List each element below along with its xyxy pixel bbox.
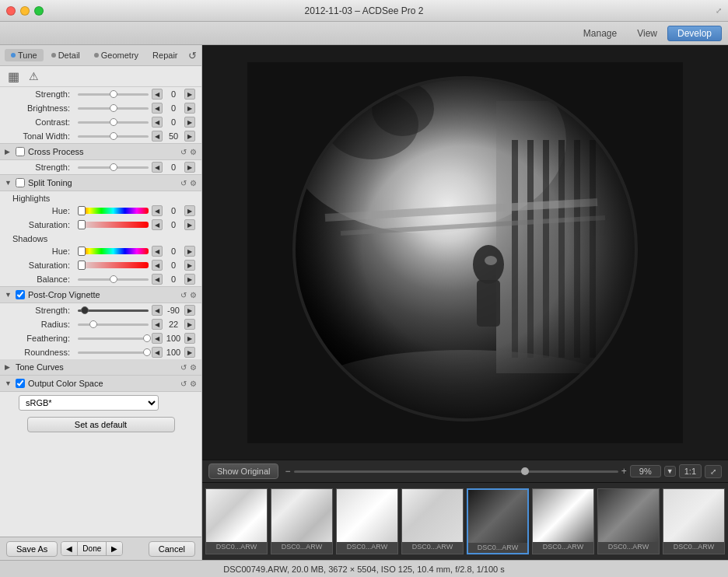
strength-dec[interactable]: ◀ xyxy=(152,89,163,100)
cancel-button[interactable]: Cancel xyxy=(149,541,195,557)
brightness-slider[interactable] xyxy=(78,107,149,110)
vig-roundness-dec[interactable]: ◀ xyxy=(152,347,163,358)
done-button[interactable]: Done xyxy=(78,542,107,555)
balance-inc[interactable]: ▶ xyxy=(184,274,195,285)
fit-button[interactable]: ⤢ xyxy=(705,465,722,478)
balance-slider[interactable] xyxy=(78,278,149,281)
film-thumb-1[interactable]: DSC0...ARW xyxy=(205,488,268,554)
strength-thumb[interactable] xyxy=(110,90,117,98)
balance-thumb[interactable] xyxy=(110,275,117,283)
tone-curves-gear[interactable]: ⚙ xyxy=(190,363,197,372)
vig-feathering-dec[interactable]: ◀ xyxy=(152,333,163,344)
cross-process-refresh[interactable]: ↺ xyxy=(180,148,187,156)
minimize-button[interactable] xyxy=(20,6,30,16)
hl-hue-inc[interactable]: ▶ xyxy=(184,205,195,216)
cp-strength-thumb[interactable] xyxy=(110,163,117,171)
vig-strength-inc[interactable]: ▶ xyxy=(184,305,195,316)
close-button[interactable] xyxy=(6,6,16,16)
save-as-button[interactable]: Save As xyxy=(6,541,58,557)
tab-manage[interactable]: Manage xyxy=(573,26,627,41)
vig-feathering-inc[interactable]: ▶ xyxy=(184,333,195,344)
hl-sat-dec[interactable]: ◀ xyxy=(152,219,163,230)
output-color-gear[interactable]: ⚙ xyxy=(190,379,197,388)
vig-strength-slider[interactable] xyxy=(78,309,149,312)
tab-tune[interactable]: Tune xyxy=(5,49,44,61)
cp-strength-dec[interactable]: ◀ xyxy=(152,162,163,173)
film-thumb-8[interactable]: DSC0...ARW xyxy=(663,488,725,554)
film-thumb-3[interactable]: DSC0...ARW xyxy=(336,488,398,554)
vig-roundness-slider[interactable] xyxy=(78,351,149,354)
vignette-header[interactable]: ▼ Post-Crop Vignette ↺ ⚙ xyxy=(0,286,201,303)
show-original-button[interactable]: Show Original xyxy=(208,463,278,479)
tonal-width-dec[interactable]: ◀ xyxy=(152,131,163,142)
hl-sat-thumb[interactable] xyxy=(78,220,86,229)
warning-icon[interactable]: ⚠ xyxy=(26,69,40,83)
brightness-dec[interactable]: ◀ xyxy=(152,103,163,114)
brightness-inc[interactable]: ▶ xyxy=(184,103,195,114)
zoom-plus-icon[interactable]: + xyxy=(621,466,627,477)
sh-sat-inc[interactable]: ▶ xyxy=(184,260,195,271)
tonal-width-slider[interactable] xyxy=(78,135,149,138)
cross-process-header[interactable]: ▶ Cross Process ↺ ⚙ xyxy=(0,143,201,160)
sh-sat-thumb[interactable] xyxy=(78,261,86,270)
sh-hue-dec[interactable]: ◀ xyxy=(152,246,163,257)
tab-view[interactable]: View xyxy=(627,26,667,41)
hl-hue-slider[interactable] xyxy=(78,208,149,214)
sh-sat-dec[interactable]: ◀ xyxy=(152,260,163,271)
contrast-slider[interactable] xyxy=(78,121,149,124)
vig-strength-thumb[interactable] xyxy=(81,306,89,314)
cp-strength-slider[interactable] xyxy=(78,166,149,169)
color-space-select[interactable]: sRGB* Adobe RGB ProPhoto RGB xyxy=(19,395,159,411)
strength-slider[interactable] xyxy=(78,93,149,96)
zoom-thumb[interactable] xyxy=(521,467,529,475)
vig-roundness-inc[interactable]: ▶ xyxy=(184,347,195,358)
contrast-thumb[interactable] xyxy=(110,118,117,126)
vig-radius-dec[interactable]: ◀ xyxy=(152,319,163,330)
next-button[interactable]: ▶ xyxy=(107,542,122,555)
film-thumb-7[interactable]: DSC0...ARW xyxy=(597,488,660,554)
zoom-input[interactable] xyxy=(630,465,661,477)
output-color-refresh[interactable]: ↺ xyxy=(180,379,187,388)
hl-hue-dec[interactable]: ◀ xyxy=(152,205,163,216)
vig-roundness-thumb[interactable] xyxy=(143,348,151,356)
prev-button[interactable]: ◀ xyxy=(61,542,78,555)
contrast-dec[interactable]: ◀ xyxy=(152,117,163,128)
histogram-icon[interactable]: ▦ xyxy=(6,69,20,83)
film-thumb-6[interactable]: DSC0...ARW xyxy=(532,488,594,554)
hl-sat-slider[interactable] xyxy=(78,222,149,228)
output-color-header[interactable]: ▼ Output Color Space ↺ ⚙ xyxy=(0,376,201,392)
film-thumb-2[interactable]: DSC0...ARW xyxy=(271,488,333,554)
output-color-checkbox[interactable] xyxy=(16,379,25,388)
tab-develop[interactable]: Develop xyxy=(667,26,722,41)
hl-sat-inc[interactable]: ▶ xyxy=(184,219,195,230)
film-thumb-5[interactable]: DSC0...ARW xyxy=(467,488,529,554)
sh-hue-slider[interactable] xyxy=(78,248,149,254)
zoom-minus-icon[interactable]: − xyxy=(285,466,290,477)
vig-strength-dec[interactable]: ◀ xyxy=(152,305,163,316)
vig-feathering-thumb[interactable] xyxy=(143,334,151,342)
split-toning-header[interactable]: ▼ Split Toning ↺ ⚙ xyxy=(0,174,201,191)
brightness-thumb[interactable] xyxy=(110,104,117,112)
cross-process-gear[interactable]: ⚙ xyxy=(190,148,197,156)
contrast-inc[interactable]: ▶ xyxy=(184,117,195,128)
vig-radius-inc[interactable]: ▶ xyxy=(184,319,195,330)
cross-process-checkbox[interactable] xyxy=(16,147,25,156)
tone-curves-header[interactable]: ▶ Tone Curves ↺ ⚙ xyxy=(0,359,201,376)
tab-repair[interactable]: Repair xyxy=(146,49,184,61)
split-toning-gear[interactable]: ⚙ xyxy=(190,179,197,187)
vignette-checkbox[interactable] xyxy=(16,290,25,299)
tab-detail[interactable]: Detail xyxy=(45,49,86,61)
split-toning-refresh[interactable]: ↺ xyxy=(180,179,187,187)
film-thumb-4[interactable]: DSC0...ARW xyxy=(401,488,464,554)
tonal-width-thumb[interactable] xyxy=(110,132,117,140)
vig-radius-thumb[interactable] xyxy=(89,320,97,328)
zoom-track[interactable] xyxy=(294,470,618,473)
sh-hue-inc[interactable]: ▶ xyxy=(184,246,195,257)
set-default-button[interactable]: Set as default xyxy=(27,417,175,432)
zoom-dropdown[interactable]: ▼ xyxy=(664,466,676,477)
hl-hue-thumb[interactable] xyxy=(78,206,86,215)
split-toning-checkbox[interactable] xyxy=(16,178,25,187)
sh-hue-thumb[interactable] xyxy=(78,247,86,256)
cp-strength-inc[interactable]: ▶ xyxy=(184,162,195,173)
one-to-one-button[interactable]: 1:1 xyxy=(679,464,702,478)
